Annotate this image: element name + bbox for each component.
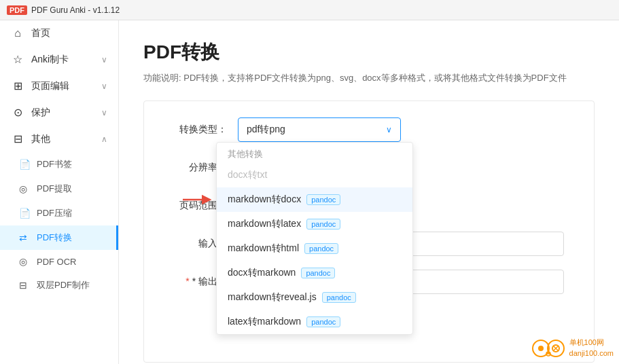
extract-icon: ◎ — [19, 183, 31, 194]
bookmark-icon: 📄 — [19, 159, 31, 170]
watermark: 单机100网 danji100.com — [531, 338, 614, 359]
pdf-bookmark-label: PDF书签 — [37, 158, 72, 170]
convert-icon: ⇄ — [19, 232, 31, 243]
pdf-extract-label: PDF提取 — [37, 183, 72, 195]
sidebar-home-label: 首页 — [31, 27, 50, 39]
form-area: 转换类型： pdf转png ∨ 其他转换 docx转txt — [143, 101, 595, 363]
main-container: ⌂ 首页 ☆ Anki制卡 ∨ ⊞ 页面编辑 ∨ ⊙ 保护 ∨ ⊟ 其他 ∧ 📄… — [0, 20, 619, 364]
dropdown-item-md-html[interactable]: markdown转html pandoc — [217, 236, 412, 261]
sidebar-item-other[interactable]: ⊟ 其他 ∧ — [0, 126, 118, 152]
dropdown-item-md-reveal[interactable]: markdown转reveal.js pandoc — [217, 285, 412, 310]
star-icon: ☆ — [11, 53, 24, 66]
conversion-dropdown: 其他转换 docx转txt — [216, 142, 413, 335]
chevron-down-icon: ∨ — [101, 55, 107, 65]
home-icon: ⌂ — [11, 27, 24, 39]
dropdown-item-docx-txt[interactable]: docx转txt — [217, 163, 412, 187]
shield-icon: ⊙ — [11, 106, 24, 119]
sidebar-sub-pdf-ocr[interactable]: ◎ PDF OCR — [0, 250, 118, 273]
sidebar-sub-pdf-dual[interactable]: ⊟ 双层PDF制作 — [0, 273, 118, 297]
sidebar-sub-pdf-convert[interactable]: ⇄ PDF转换 — [0, 225, 118, 250]
page-title: PDF转换 — [143, 39, 595, 65]
pdf-logo: PDF — [7, 5, 27, 15]
pdf-compress-label: PDF压缩 — [37, 207, 72, 219]
conversion-type-select[interactable]: pdf转png ∨ — [238, 117, 401, 142]
pandoc-badge-md-html: pandoc — [304, 243, 338, 254]
watermark-text: 单机100网 danji100.com — [569, 338, 614, 359]
pdf-dual-label: 双层PDF制作 — [37, 279, 90, 291]
dual-icon: ⊟ — [19, 280, 31, 291]
page-edit-icon: ⊞ — [11, 79, 24, 92]
dropdown-label-docx-txt: docx转txt — [228, 169, 267, 181]
chevron-up-icon: ∧ — [101, 134, 107, 144]
dropdown-label-docx-md: docx转markown — [228, 267, 296, 279]
dropdown-label-latex-md: latex转markdown — [228, 316, 301, 328]
sidebar-item-anki[interactable]: ☆ Anki制卡 ∨ — [0, 46, 118, 73]
title-bar: PDF PDF Guru Anki - v1.1.12 — [0, 0, 619, 20]
dropdown-label-md-reveal: markdown转reveal.js — [228, 291, 317, 304]
sidebar: ⌂ 首页 ☆ Anki制卡 ∨ ⊞ 页面编辑 ∨ ⊙ 保护 ∨ ⊟ 其他 ∧ 📄… — [0, 20, 119, 364]
conversion-type-label: 转换类型： — [166, 124, 227, 136]
svg-point-8 — [548, 353, 549, 354]
dropdown-label-md-latex: markdown转latex — [228, 218, 301, 230]
arrow-annotation — [179, 190, 213, 209]
dropdown-section-label: 其他转换 — [217, 143, 412, 163]
sidebar-sub-pdf-bookmark[interactable]: 📄 PDF书签 — [0, 152, 118, 177]
pandoc-badge-docx-md: pandoc — [301, 268, 335, 278]
dropdown-item-md-docx[interactable]: markdown转docx pandoc — [217, 187, 412, 212]
watermark-site1: 单机100网 — [569, 338, 614, 348]
sidebar-item-home[interactable]: ⌂ 首页 — [0, 20, 118, 46]
sidebar-other-label: 其他 — [31, 133, 50, 145]
sidebar-protect-label: 保护 — [31, 107, 50, 119]
ocr-icon: ◎ — [19, 256, 31, 267]
dropdown-label-md-docx: markdown转docx — [228, 194, 301, 206]
select-value: pdf转png — [247, 124, 285, 136]
pandoc-badge-latex-md: pandoc — [306, 316, 340, 327]
sidebar-page-edit-label: 页面编辑 — [31, 80, 69, 92]
sidebar-sub-pdf-compress[interactable]: 📄 PDF压缩 — [0, 201, 118, 225]
dropdown-item-docx-md[interactable]: docx转markown pandoc — [217, 261, 412, 285]
svg-point-3 — [538, 346, 544, 351]
dropdown-item-md-latex[interactable]: markdown转latex pandoc — [217, 212, 412, 236]
sidebar-anki-label: Anki制卡 — [31, 54, 69, 66]
pdf-ocr-label: PDF OCR — [37, 257, 77, 267]
select-chevron-icon: ∨ — [386, 125, 392, 134]
app-title: PDF Guru Anki - v1.1.12 — [31, 5, 120, 15]
chevron-down-icon2: ∨ — [101, 81, 107, 91]
watermark-logo-icon — [531, 339, 565, 358]
chevron-down-icon3: ∨ — [101, 108, 107, 117]
sidebar-item-page-edit[interactable]: ⊞ 页面编辑 ∨ — [0, 73, 118, 99]
pandoc-badge-md-docx: pandoc — [306, 194, 340, 205]
pandoc-badge-md-reveal: pandoc — [322, 292, 356, 303]
page-description: 功能说明: PDF转换，支持将PDF文件转换为png、svg、docx等多种格式… — [143, 72, 595, 84]
dropdown-label-md-html: markdown转html — [228, 242, 299, 255]
other-icon: ⊟ — [11, 132, 24, 145]
conversion-type-row: 转换类型： pdf转png ∨ 其他转换 docx转txt — [166, 117, 572, 142]
dropdown-item-latex-md[interactable]: latex转markdown pandoc — [217, 310, 412, 334]
pdf-convert-label: PDF转换 — [37, 232, 72, 244]
sidebar-item-protect[interactable]: ⊙ 保护 ∨ — [0, 99, 118, 126]
main-content: PDF转换 功能说明: PDF转换，支持将PDF文件转换为png、svg、doc… — [119, 20, 619, 364]
pandoc-badge-md-latex: pandoc — [306, 219, 340, 230]
sidebar-sub-pdf-extract[interactable]: ◎ PDF提取 — [0, 177, 118, 201]
compress-icon: 📄 — [19, 208, 31, 219]
watermark-site2: danji100.com — [569, 348, 614, 359]
